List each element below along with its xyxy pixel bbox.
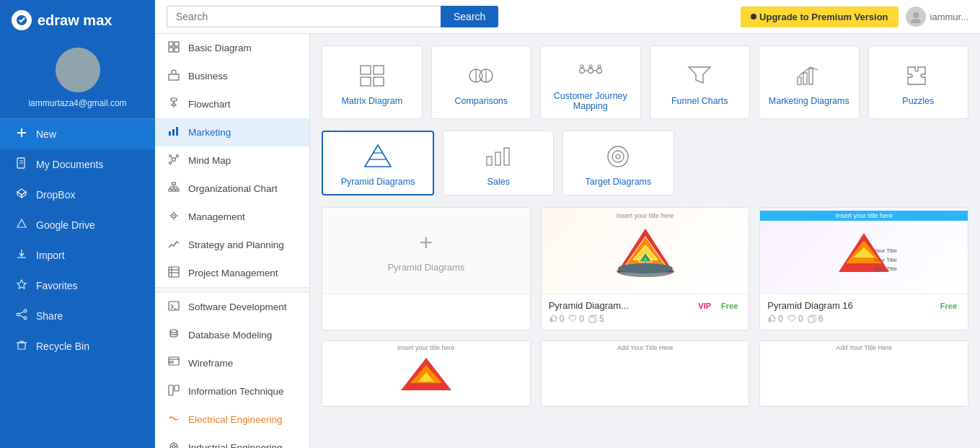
svg-rect-64 — [169, 385, 173, 395]
category-card-matrix[interactable]: Matrix Diagram — [322, 45, 423, 119]
matrix-icon — [355, 61, 389, 90]
menu-item-mind-map[interactable]: Mind Map — [155, 146, 309, 175]
flowchart-icon — [167, 97, 181, 111]
project-mgmt-icon — [167, 266, 181, 280]
favorites-icon — [14, 278, 29, 293]
template-card-16[interactable]: Insert your title here Your Title Your T… — [759, 207, 968, 330]
google-drive-icon — [14, 218, 29, 232]
menu-item-industrial[interactable]: Industrial Engineering — [155, 434, 309, 448]
spacer — [683, 131, 969, 196]
nav-item-google-drive[interactable]: Google Drive — [0, 210, 155, 240]
category-cards: Matrix Diagram Comparisons Customer Jour… — [322, 45, 968, 119]
plus-icon: + — [419, 229, 433, 256]
template-blank-preview: + Pyramid Diagrams — [322, 208, 530, 294]
svg-text:Your Title: Your Title — [873, 265, 898, 272]
nav-item-share[interactable]: Share — [0, 301, 155, 331]
svg-marker-9 — [17, 192, 22, 198]
avatar — [56, 48, 100, 92]
svg-rect-43 — [169, 189, 172, 191]
svg-rect-26 — [175, 48, 179, 52]
template-vip-info: Pyramid Diagram... VIP Free 0 — [542, 294, 749, 330]
free-badge: Free — [718, 301, 741, 311]
menu-item-project-management[interactable]: Project Management — [155, 259, 309, 287]
svg-rect-65 — [175, 385, 179, 391]
menu-item-database-modeling[interactable]: Database Modeling — [155, 321, 309, 349]
svg-point-86 — [589, 65, 592, 68]
menu-item-wireframe[interactable]: Wireframe — [155, 349, 309, 377]
category-card-sales[interactable]: Sales — [443, 131, 554, 196]
svg-line-17 — [19, 312, 25, 314]
nav-item-new[interactable]: New — [0, 119, 155, 149]
nav-item-favorites[interactable]: Favorites — [0, 271, 155, 301]
search-button[interactable]: Search — [441, 6, 498, 27]
svg-point-87 — [598, 65, 601, 68]
svg-rect-27 — [169, 74, 179, 80]
svg-rect-107 — [589, 317, 595, 322]
nav-item-my-documents[interactable]: My Documents — [0, 149, 155, 180]
svg-rect-24 — [175, 42, 179, 46]
left-menu: Basic Diagram Business Flowchart Marketi… — [155, 34, 310, 448]
menu-item-info-technique[interactable]: Information Technique — [155, 377, 309, 405]
menu-item-basic-diagram[interactable]: Basic Diagram — [155, 34, 309, 62]
svg-rect-42 — [172, 183, 176, 185]
electrical-icon — [167, 413, 181, 426]
template-16-info: Pyramid Diagram 16 Free 0 0 — [760, 294, 968, 330]
user-email: iammurtaza4@gmail.com — [28, 98, 126, 108]
svg-point-106 — [618, 263, 673, 273]
category-card-marketing-diagrams[interactable]: Marketing Diagrams — [759, 45, 860, 119]
menu-item-electrical[interactable]: Electrical Engineering — [155, 405, 309, 434]
menu-item-marketing[interactable]: Marketing — [155, 118, 309, 146]
nav-item-import[interactable]: Import — [0, 240, 155, 271]
free-badge-16: Free — [937, 301, 961, 311]
svg-rect-53 — [169, 267, 179, 277]
svg-point-35 — [172, 158, 176, 162]
svg-rect-73 — [374, 66, 384, 74]
category-card-comparisons[interactable]: Comparisons — [431, 45, 532, 119]
funnel-icon — [682, 61, 717, 90]
menu-item-business[interactable]: Business — [155, 62, 309, 90]
upgrade-button[interactable]: Upgrade to Premium Version — [741, 6, 898, 27]
template-card-partial-1[interactable]: Insert your title here — [322, 341, 531, 407]
svg-rect-34 — [176, 127, 178, 136]
template-card-partial-3[interactable]: Add Your Title Here — [759, 341, 968, 407]
svg-rect-23 — [169, 42, 173, 46]
puzzles-icon — [901, 61, 935, 90]
documents-icon — [14, 157, 29, 172]
svg-point-21 — [913, 12, 919, 18]
nav-item-recycle-bin[interactable]: Recycle Bin — [0, 331, 155, 361]
svg-point-14 — [24, 309, 27, 312]
category-card-customer-journey[interactable]: Customer Journey Mapping — [540, 45, 641, 119]
hearts-count-16: 0 — [787, 314, 803, 324]
pyramid-icon — [361, 142, 395, 171]
svg-point-80 — [579, 69, 584, 74]
category-card-funnel[interactable]: Funnel Charts — [650, 45, 751, 119]
user-profile[interactable]: iammur... — [906, 6, 968, 27]
svg-marker-91 — [365, 145, 391, 167]
svg-point-99 — [616, 154, 620, 159]
category-card-target[interactable]: Target Diagrams — [562, 131, 674, 196]
menu-item-organizational-chart[interactable]: Organizational Chart — [155, 175, 309, 203]
template-card-blank[interactable]: + Pyramid Diagrams — [322, 207, 531, 330]
category-card-pyramid[interactable]: Pyramid Diagrams — [322, 131, 434, 196]
template-card-partial-2[interactable]: Add Your Title Here — [541, 341, 750, 407]
svg-rect-94 — [487, 157, 492, 165]
svg-rect-72 — [361, 66, 371, 74]
copies-count-16: 6 — [808, 314, 824, 324]
svg-rect-25 — [169, 48, 173, 52]
svg-point-85 — [581, 65, 583, 68]
likes-count: 0 — [549, 314, 565, 324]
svg-rect-89 — [803, 73, 807, 84]
menu-item-strategy[interactable]: Strategy and Planning — [155, 231, 309, 259]
menu-item-flowchart[interactable]: Flowchart — [155, 90, 309, 118]
svg-point-82 — [596, 69, 601, 74]
menu-item-software-dev[interactable]: Software Development — [155, 293, 309, 321]
menu-item-management[interactable]: Management — [155, 203, 309, 231]
partial-preview-2: Add Your Title Here — [542, 341, 749, 406]
nav-item-dropbox[interactable]: DropBox — [0, 180, 155, 210]
template-card-vip[interactable]: Insert your title here — [541, 207, 750, 330]
search-input[interactable] — [167, 6, 441, 27]
likes-count-16: 0 — [767, 314, 783, 324]
sales-icon — [481, 142, 516, 171]
category-card-puzzles[interactable]: Puzzles — [868, 45, 969, 119]
svg-point-0 — [71, 61, 84, 74]
